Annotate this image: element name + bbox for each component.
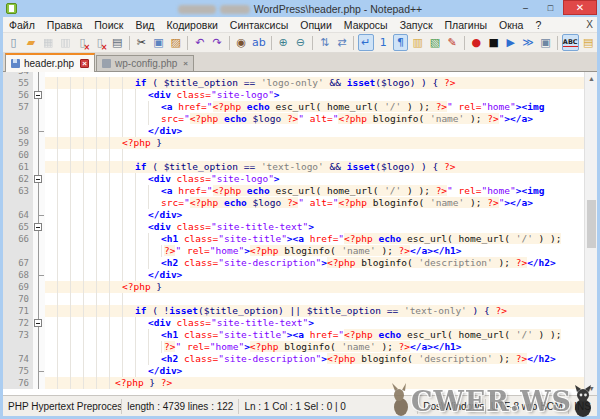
fold-margin[interactable]: [33, 245, 45, 257]
fold-margin[interactable]: [33, 269, 45, 281]
editor[interactable]: 5455if ( $title_option == 'logo-only' &&…: [3, 72, 597, 395]
show-eol-icon[interactable]: 1: [376, 34, 391, 51]
status-doctype: PHP Hypertext Preprocesso: [3, 399, 122, 414]
fold-margin[interactable]: [33, 125, 45, 137]
save-file-icon[interactable]: ▦: [41, 34, 56, 51]
fold-margin[interactable]: [33, 137, 45, 149]
close-file-icon[interactable]: ▯×: [75, 34, 90, 51]
fold-margin[interactable]: [33, 281, 45, 293]
undo-icon[interactable]: ↶: [192, 34, 207, 51]
record-macro-icon[interactable]: ●: [469, 34, 484, 51]
fold-margin[interactable]: [33, 77, 45, 89]
line-number: 64: [3, 209, 33, 221]
code-text: [45, 293, 584, 305]
code-text: src="<?php echo $logo ?>" alt="<?php blo…: [45, 197, 584, 209]
tab-close-icon[interactable]: ×: [80, 59, 89, 68]
sync-vertical-scroll-icon[interactable]: ⇅: [317, 34, 332, 51]
fold-collapse-icon[interactable]: [34, 319, 42, 327]
indent-guide-icon[interactable]: ▥: [410, 34, 425, 51]
print-icon[interactable]: ▤: [110, 34, 125, 51]
code-text: <?php }: [45, 137, 584, 149]
menu-item-windows[interactable]: Окна: [493, 17, 529, 33]
code-line-63: 63<a href="<?php echo esc_url( home_url(…: [3, 185, 584, 197]
fold-margin[interactable]: [33, 101, 45, 113]
close-all-icon[interactable]: ▯×: [92, 34, 107, 51]
fold-margin[interactable]: [33, 161, 45, 173]
cut-icon[interactable]: ✂: [134, 34, 149, 51]
save-macro-icon[interactable]: ▣: [538, 34, 553, 51]
fold-margin[interactable]: [33, 149, 45, 161]
word-wrap-icon[interactable]: ↵: [358, 34, 373, 51]
fold-margin[interactable]: [33, 365, 45, 377]
spell-check-icon[interactable]: ABC: [562, 34, 579, 51]
fold-margin[interactable]: [33, 113, 45, 125]
fold-margin[interactable]: [33, 173, 45, 185]
fold-margin[interactable]: [33, 305, 45, 317]
fold-collapse-icon[interactable]: [34, 175, 42, 183]
fold-margin[interactable]: [33, 185, 45, 197]
paste-icon[interactable]: ▨: [168, 34, 183, 51]
fold-collapse-icon[interactable]: [34, 91, 42, 99]
show-all-chars-icon[interactable]: ¶: [393, 34, 408, 51]
close-button[interactable]: ✕: [563, 0, 597, 15]
maximize-button[interactable]: □: [538, 0, 563, 15]
fold-collapse-icon[interactable]: [34, 223, 42, 231]
tab-wp-config-php[interactable]: wp-config.php×: [96, 55, 194, 71]
menu-item-edit[interactable]: Правка: [41, 17, 88, 33]
zoom-out-icon[interactable]: ⊖: [293, 34, 308, 51]
tab-label: wp-config.php: [115, 58, 177, 69]
menu-item-run[interactable]: Запуск: [394, 17, 439, 33]
doc-map-icon[interactable]: ▧: [427, 34, 442, 51]
code-line-wrap: ?>" rel="home"><?php bloginfo( 'name' );…: [3, 245, 584, 257]
fold-margin[interactable]: [33, 209, 45, 221]
open-file-icon[interactable]: ▰: [23, 34, 38, 51]
fold-margin[interactable]: [33, 377, 45, 389]
fold-margin[interactable]: [33, 341, 45, 353]
fold-margin[interactable]: [33, 197, 45, 209]
code-line-61: 61if ( $title_option == 'text-logo' && i…: [3, 161, 584, 173]
minimize-button[interactable]: –: [513, 0, 538, 15]
fold-margin[interactable]: [33, 353, 45, 365]
fold-margin[interactable]: [33, 257, 45, 269]
menu-item-encoding[interactable]: Кодировки: [160, 17, 223, 33]
title-bar[interactable]: WordPress\header.php - Notepad++ – □ ✕: [3, 0, 597, 17]
copy-icon[interactable]: ▣: [151, 34, 166, 51]
doc-switcher-icon[interactable]: ▤: [581, 34, 596, 51]
vertical-scrollbar[interactable]: ▲ ▼: [584, 72, 597, 395]
menu-item-view[interactable]: Вид: [129, 17, 160, 33]
code-line-64: 64</div>: [3, 209, 584, 221]
fold-margin[interactable]: [33, 317, 45, 329]
fold-margin[interactable]: [33, 293, 45, 305]
code-area[interactable]: 5455if ( $title_option == 'logo-only' &&…: [3, 72, 584, 395]
line-number: 65: [3, 221, 33, 233]
menu-item-macros[interactable]: Макросы: [338, 17, 394, 33]
fold-margin[interactable]: [33, 233, 45, 245]
fold-margin[interactable]: [33, 221, 45, 233]
save-all-icon[interactable]: ▥: [58, 34, 73, 51]
menu-item-options[interactable]: Опции: [294, 17, 338, 33]
sync-horizontal-scroll-icon[interactable]: ⇄: [334, 34, 349, 51]
menu-item-syntax[interactable]: Синтаксисы: [224, 17, 294, 33]
redo-icon[interactable]: ↷: [210, 34, 225, 51]
edit-marker-icon[interactable]: ✎: [445, 34, 460, 51]
menu-item-help[interactable]: ?: [529, 17, 547, 33]
run-macro-multiple-icon[interactable]: ≫: [520, 34, 535, 51]
scroll-down-icon[interactable]: ▼: [585, 382, 597, 395]
find-icon[interactable]: ◉: [234, 34, 249, 51]
menu-item-search[interactable]: Поиск: [88, 17, 129, 33]
stop-macro-icon[interactable]: ■: [486, 34, 501, 51]
scrollbar-thumb[interactable]: [587, 200, 596, 248]
play-macro-icon[interactable]: ▶: [503, 34, 518, 51]
fold-margin[interactable]: [33, 329, 45, 341]
close-document-icon[interactable]: X: [586, 19, 593, 30]
tab-close-icon[interactable]: ×: [183, 59, 188, 68]
replace-icon[interactable]: ab: [251, 34, 267, 51]
code-line-62: 62<div class="site-logo">: [3, 173, 584, 185]
menu-item-file[interactable]: Файл: [3, 17, 41, 33]
new-file-icon[interactable]: ▯: [6, 34, 21, 51]
zoom-in-icon[interactable]: ⊕: [276, 34, 291, 51]
fold-margin[interactable]: [33, 89, 45, 101]
tab-header-php[interactable]: header.php×: [5, 53, 95, 72]
menu-item-plugins[interactable]: Плагины: [438, 17, 493, 33]
scroll-up-icon[interactable]: ▲: [585, 72, 597, 85]
